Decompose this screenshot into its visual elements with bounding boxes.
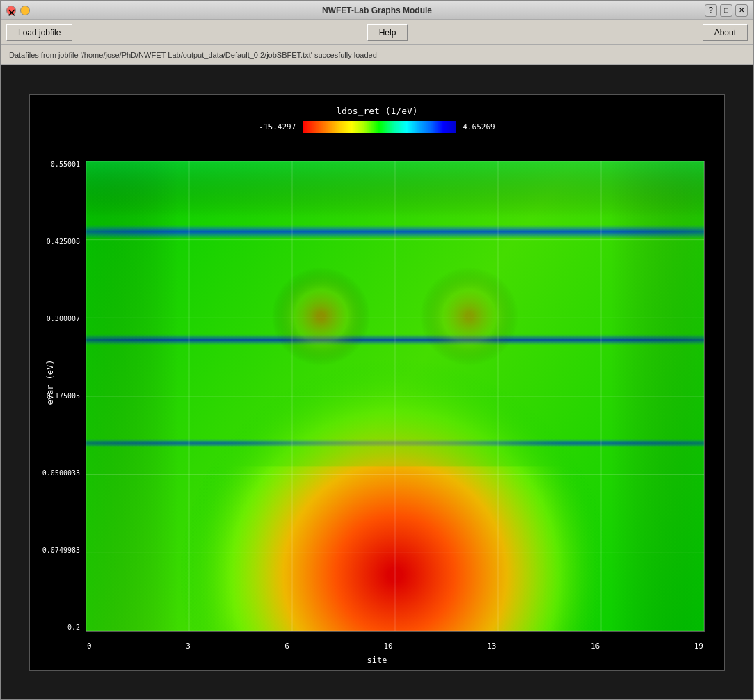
- x-ticks-container: 0 3 6 10 13 16 19: [86, 642, 705, 651]
- help-icon[interactable]: ?: [705, 4, 717, 17]
- window-controls-left: ✕: [6, 6, 30, 15]
- help-button[interactable]: Help: [367, 24, 408, 41]
- window-controls-right: ? □ ✕: [705, 4, 748, 17]
- x-tick-1: 3: [186, 642, 191, 651]
- load-jobfile-button[interactable]: Load jobfile: [6, 24, 72, 41]
- x-tick-0: 0: [87, 642, 92, 651]
- main-content: ldos_ret (1/eV) -15.4297 4.65269 evar (e…: [1, 65, 753, 699]
- x-tick-4: 13: [487, 642, 496, 651]
- plot-title: ldos_ret (1/eV): [336, 106, 417, 116]
- plot-title-area: ldos_ret (1/eV): [37, 101, 717, 118]
- y-tick-1: 0.425008: [47, 238, 80, 245]
- close-icon[interactable]: ✕: [735, 4, 748, 17]
- y-ticks-container: 0.55001 0.425008 0.300007 0.175005 0.050…: [30, 161, 84, 632]
- restore-icon[interactable]: □: [720, 4, 732, 17]
- about-button[interactable]: About: [703, 24, 748, 41]
- y-tick-4: 0.0500033: [42, 469, 80, 477]
- x-tick-2: 6: [284, 642, 289, 651]
- main-window: ✕ NWFET-Lab Graphs Module ? □ ✕ Load job…: [0, 0, 754, 700]
- x-axis-label-text: site: [367, 656, 387, 665]
- status-message: Datafiles from jobfile '/home/jose/PhD/N…: [9, 51, 377, 59]
- x-tick-5: 16: [591, 642, 600, 651]
- y-tick-3: 0.175005: [47, 392, 80, 400]
- colorbar-row: -15.4297 4.65269: [37, 118, 717, 138]
- y-tick-0: 0.55001: [51, 161, 80, 168]
- toolbar: Load jobfile Help About: [1, 20, 753, 45]
- plot-container: ldos_ret (1/eV) -15.4297 4.65269 evar (e…: [29, 94, 725, 671]
- x-tick-3: 10: [383, 642, 392, 651]
- close-button[interactable]: ✕: [6, 6, 16, 15]
- minimize-button[interactable]: [20, 6, 30, 15]
- y-tick-6: -0.2: [63, 624, 80, 631]
- colorbar: [303, 121, 456, 133]
- heatmap-canvas: [86, 161, 704, 631]
- y-tick-5: -0.0749983: [38, 546, 80, 554]
- window-title: NWFET-Lab Graphs Module: [322, 6, 432, 15]
- x-axis-label: site: [30, 653, 724, 666]
- y-tick-2: 0.300007: [47, 315, 80, 323]
- plot-frame: [86, 161, 705, 632]
- title-bar: ✕ NWFET-Lab Graphs Module ? □ ✕: [1, 1, 753, 20]
- x-tick-6: 19: [694, 642, 703, 651]
- status-bar: Datafiles from jobfile '/home/jose/PhD/N…: [1, 45, 753, 65]
- colorbar-min: -15.4297: [259, 122, 296, 131]
- colorbar-max: 4.65269: [463, 122, 495, 131]
